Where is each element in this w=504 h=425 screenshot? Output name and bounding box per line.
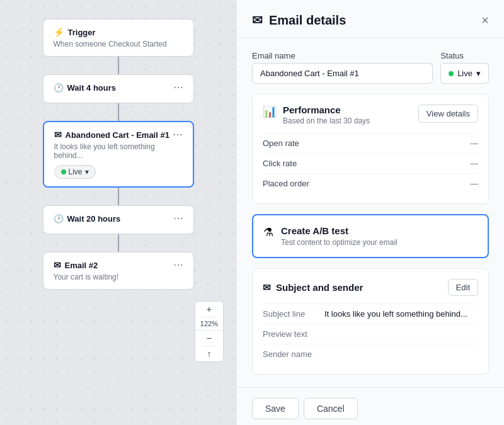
wait2-node[interactable]: 🕐 Wait 20 hours ⋯	[43, 205, 194, 234]
subject-sender-header: ✉ Subject and sender Edit	[263, 279, 478, 296]
connector-4	[118, 234, 119, 252]
ab-test-title: Create A/B test	[281, 225, 398, 236]
metric-open-rate: Open rate —	[263, 133, 478, 153]
panel-content: Email name Status Live ▾ 📊 Performance	[237, 38, 504, 387]
metric-placed-order-label: Placed order	[263, 179, 309, 188]
metric-click-rate-value: —	[470, 159, 478, 168]
zoom-level: 122%	[195, 317, 223, 331]
envelope-icon-2: ✉	[54, 260, 61, 270]
email1-subtitle: It looks like you left something behind.…	[54, 142, 183, 160]
email1-menu[interactable]: ⋯	[173, 130, 183, 140]
status-dropdown[interactable]: Live ▾	[440, 63, 489, 84]
connector-1	[118, 57, 119, 74]
subject-rows: Subject line It looks like you left some…	[263, 303, 478, 364]
subject-edit-button[interactable]: Edit	[448, 279, 478, 296]
clock-icon-1: 🕐	[54, 83, 64, 93]
flow-canvas: ⚡ Trigger When someone Checkout Started …	[0, 0, 236, 425]
clock-icon-2: 🕐	[54, 214, 64, 224]
email2-title: Email #2	[65, 261, 98, 270]
metric-placed-order-value: —	[470, 179, 478, 188]
ab-test-card[interactable]: ⚗ Create A/B test Test content to optimi…	[252, 214, 489, 258]
panel-title-text: Email details	[269, 13, 346, 28]
email2-subtitle: Your cart is waiting!	[54, 273, 183, 281]
email-name-input[interactable]	[252, 63, 433, 84]
status-chevron-icon: ▾	[476, 69, 481, 78]
zoom-controls: + 122% − ↑	[195, 301, 224, 362]
subject-line-label: Subject line	[263, 309, 319, 319]
subject-line-row: Subject line It looks like you left some…	[263, 303, 478, 324]
header-envelope-icon: ✉	[252, 13, 263, 28]
email2-node[interactable]: ✉ Email #2 ⋯ Your cart is waiting!	[43, 252, 194, 290]
metric-click-rate-label: Click rate	[263, 159, 297, 168]
wait1-node[interactable]: 🕐 Wait 4 hours ⋯	[43, 74, 194, 103]
wait2-title: Wait 20 hours	[67, 214, 121, 224]
performance-title: Performance	[283, 105, 370, 115]
zoom-reset-button[interactable]: ↑	[202, 346, 216, 361]
performance-card: 📊 Performance Based on the last 30 days …	[252, 94, 489, 204]
email1-status-badge[interactable]: Live ▾	[54, 165, 96, 179]
connector-3	[118, 188, 119, 205]
status-value: Live	[457, 69, 472, 78]
email-name-label: Email name	[252, 51, 433, 60]
wait1-menu[interactable]: ⋯	[173, 82, 183, 93]
sender-name-label: Sender name	[263, 349, 319, 359]
live-dot-1	[61, 169, 66, 174]
status-live-dot	[449, 71, 454, 76]
wait1-title: Wait 4 hours	[67, 83, 117, 93]
zoom-out-button[interactable]: −	[202, 331, 217, 346]
envelope-icon-1: ✉	[54, 130, 62, 140]
ab-test-subtitle: Test content to optimize your email	[281, 238, 398, 247]
subject-sender-card: ✉ Subject and sender Edit Subject line I…	[252, 268, 489, 375]
flask-icon: ⚗	[263, 225, 273, 239]
chevron-down-icon-1: ▾	[85, 167, 89, 176]
performance-subtitle: Based on the last 30 days	[283, 116, 370, 125]
metric-open-rate-value: —	[470, 139, 478, 148]
close-button[interactable]: ×	[481, 14, 489, 26]
subject-sender-title: ✉ Subject and sender	[263, 282, 363, 293]
metric-placed-order: Placed order —	[263, 173, 478, 193]
preview-text-label: Preview text	[263, 329, 319, 339]
email1-status-label: Live	[69, 167, 83, 176]
bolt-icon: ⚡	[54, 27, 64, 37]
email-name-field-group: Email name	[252, 51, 433, 84]
panel-title: ✉ Email details	[252, 13, 346, 28]
metric-click-rate: Click rate —	[263, 153, 478, 173]
email1-title: Abandoned Cart - Email #1	[66, 130, 169, 140]
performance-card-header: 📊 Performance Based on the last 30 days …	[263, 105, 478, 125]
trigger-subtitle: When someone Checkout Started	[54, 40, 183, 48]
status-field-group: Status Live ▾	[440, 51, 489, 84]
save-button[interactable]: Save	[252, 398, 299, 419]
preview-text-row: Preview text	[263, 324, 478, 344]
metric-open-rate-label: Open rate	[263, 139, 299, 148]
right-panel: ✉ Email details × Email name Status Live…	[236, 0, 504, 425]
view-details-button[interactable]: View details	[418, 105, 478, 123]
subject-envelope-icon: ✉	[263, 282, 271, 293]
chart-icon: 📊	[263, 105, 277, 118]
trigger-title: Trigger	[68, 28, 96, 37]
email2-menu[interactable]: ⋯	[173, 260, 183, 270]
zoom-in-button[interactable]: +	[202, 302, 217, 317]
wait2-menu[interactable]: ⋯	[173, 213, 183, 224]
email-name-status-row: Email name Status Live ▾	[252, 51, 489, 84]
status-label: Status	[440, 51, 489, 60]
email1-node[interactable]: ✉ Abandoned Cart - Email #1 ⋯ It looks l…	[43, 121, 194, 188]
trigger-node[interactable]: ⚡ Trigger When someone Checkout Started	[43, 19, 194, 57]
subject-line-value: It looks like you left something behind.…	[324, 309, 467, 319]
panel-header: ✉ Email details ×	[237, 0, 504, 38]
sender-name-row: Sender name	[263, 344, 478, 364]
cancel-button[interactable]: Cancel	[304, 398, 358, 419]
bottom-actions: Save Cancel	[237, 387, 504, 425]
connector-2	[118, 103, 119, 121]
metrics-list: Open rate — Click rate — Placed order —	[263, 133, 478, 193]
